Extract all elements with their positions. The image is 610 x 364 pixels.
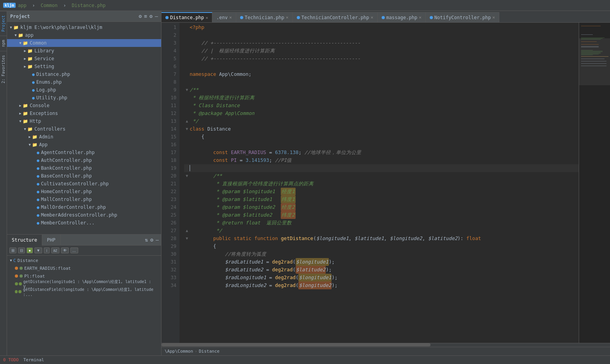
tree-item-setting[interactable]: ▶ 📁 Setting	[7, 63, 161, 70]
php-file-icon: ●	[37, 174, 39, 179]
tree-arrow: ▶	[27, 135, 32, 139]
tree-item-service[interactable]: ▶ 📁 Service	[7, 55, 161, 63]
editor-area: Distance.php ✕ .env ✕ Technician.php ✕ T…	[161, 11, 610, 355]
folder-icon: 📁	[32, 134, 38, 140]
tree-item-controllers[interactable]: ▼ 📁 Controllers	[7, 125, 161, 133]
structure-panel-icons: ⇅ ⚙ —	[143, 237, 161, 243]
tree-item-membercontroller[interactable]: ● MemberController...	[7, 219, 161, 227]
collapse-all-btn[interactable]: ⊟	[18, 247, 25, 253]
tab-close-technician[interactable]: ✕	[286, 15, 289, 20]
minimize2-icon[interactable]: —	[156, 237, 159, 243]
tree-label: kljm E:\work\php\laravel\kljm	[20, 25, 102, 30]
tab-notifycontroller[interactable]: NotifyController.php ✕	[426, 12, 499, 22]
tab-label: massage.php	[386, 15, 417, 20]
layout-icon[interactable]: ≡	[144, 13, 147, 19]
tree-item-admin[interactable]: ▶ 📁 Admin	[7, 133, 161, 141]
structure-content: ▼ C Distance EARTH_RADIUS:float Pl:float	[7, 256, 161, 355]
php-file-icon: ●	[37, 166, 39, 171]
line-numbers: 1 2 3 4 5 6 7 8 9 10 11 12 13 14 15 16 1…	[161, 23, 179, 343]
tree-item-app-folder[interactable]: ▼ 📁 App	[7, 141, 161, 149]
structure-tabs: Structure PHP ⇅ ⚙ —	[7, 235, 161, 246]
code-line-5: // +------------------------------------…	[184, 55, 579, 63]
terminal-tab[interactable]: Terminal	[23, 357, 44, 362]
toggle-btn2[interactable]: ↕	[44, 247, 50, 253]
tab-technician[interactable]: Technician.php ✕	[236, 12, 293, 22]
project-strip-tab[interactable]: Project	[0, 11, 7, 36]
method-dot1	[15, 282, 18, 285]
code-line-3: // +------------------------------------…	[184, 39, 579, 47]
tree-item-common[interactable]: ▼ 📁 Common	[7, 39, 161, 47]
tree-item-app[interactable]: ▼ 📁 app	[7, 31, 161, 39]
method-dot2	[19, 282, 22, 285]
tab-distance[interactable]: Distance.php ✕	[161, 12, 212, 22]
tree-item-basecontroller[interactable]: ● BaseController.php	[7, 172, 161, 180]
tab-close-env[interactable]: ✕	[229, 15, 232, 20]
tree-item-console[interactable]: ▶ 📁 Console	[7, 102, 161, 109]
code-line-8	[184, 78, 579, 86]
tree-item-agentcontroller[interactable]: ● AgentController.php	[7, 149, 161, 156]
tree-item-kljm[interactable]: ▼ 📁 kljm E:\work\php\laravel\kljm	[7, 23, 161, 31]
php-tab[interactable]: PHP	[42, 235, 61, 246]
project-panel: Project ⚙ ≡ ⚙ — ▼ 📁 kljm E:\work\php\lar…	[7, 11, 161, 355]
minimize-icon[interactable]: —	[155, 13, 158, 19]
tree-item-mallordercontroller[interactable]: ● MallOrderController.php	[7, 203, 161, 211]
folder-icon: 📁	[27, 64, 33, 69]
tab-close-distance[interactable]: ✕	[206, 15, 208, 20]
svg-rect-16	[581, 56, 608, 57]
config-icon[interactable]: ⚙	[149, 13, 152, 19]
svg-rect-14	[581, 54, 599, 54]
svg-rect-9	[581, 50, 593, 50]
access-dot	[20, 267, 23, 270]
horizontal-scrollbar[interactable]	[161, 343, 610, 347]
tree-item-memberaddress[interactable]: ● MemberAddressController.php	[7, 211, 161, 219]
npm-strip-tab[interactable]: npm	[0, 36, 7, 51]
tree-item-log[interactable]: ● Log.php	[7, 86, 161, 94]
struct-item-earth-radius[interactable]: EARTH_RADIUS:float	[7, 264, 161, 272]
tree-item-http[interactable]: ▼ 📁 Http	[7, 117, 161, 125]
breadcrumb-namespace: \App\Common	[165, 349, 193, 354]
tab-close-notifycontroller[interactable]: ✕	[492, 15, 495, 20]
mini-map[interactable]	[579, 23, 610, 343]
settings-icon[interactable]: ⚙	[139, 13, 142, 19]
tree-label: Exceptions	[30, 111, 58, 116]
config2-icon[interactable]: ⚙	[150, 237, 153, 243]
filter-btn[interactable]: ●	[27, 247, 33, 253]
structure-tab[interactable]: Structure	[7, 235, 42, 246]
expand-all-btn[interactable]: ⊞	[9, 247, 16, 253]
svg-rect-5	[581, 41, 597, 42]
tab-env[interactable]: .env ✕	[212, 12, 236, 22]
code-editor[interactable]: 1 2 3 4 5 6 7 8 9 10 11 12 13 14 15 16 1…	[161, 23, 610, 343]
breadcrumb-class: Distance	[199, 349, 219, 354]
favorites-strip-tab[interactable]: 2: Favorites	[0, 51, 7, 87]
visibility-btn[interactable]: 👁	[61, 247, 69, 253]
tree-item-homecontroller[interactable]: ● HomeController.php	[7, 188, 161, 195]
tree-item-enums[interactable]: ● Enums.php	[7, 78, 161, 86]
tree-item-exceptions[interactable]: ▶ 📁 Exceptions	[7, 109, 161, 117]
tree-item-utility[interactable]: ● Utility.php	[7, 94, 161, 102]
struct-item-getdistancefield[interactable]: getDistanceField(longitude : \App\Common…	[7, 288, 161, 296]
toggle-btn1[interactable]: ▼	[34, 247, 42, 253]
tree-item-mallcontroller[interactable]: ● MallController.php	[7, 195, 161, 203]
struct-item-distance[interactable]: ▼ C Distance	[7, 256, 161, 264]
tab-close-techniciancontroller[interactable]: ✕	[371, 15, 373, 20]
breadcrumb-common: Common	[41, 3, 57, 8]
svg-rect-19	[581, 63, 606, 64]
tree-label: Admin	[39, 134, 53, 140]
tree-item-cultivates[interactable]: ● CultivatesController.php	[7, 180, 161, 188]
breadcrumb-app: app	[18, 3, 27, 8]
code-line-15: {	[184, 133, 579, 141]
code-line-30: //将角度转为弧度	[184, 250, 579, 258]
tab-close-massage[interactable]: ✕	[419, 15, 422, 20]
more-btn[interactable]: …	[70, 247, 78, 253]
tab-massage[interactable]: massage.php ✕	[378, 12, 426, 22]
tree-item-bankcontroller[interactable]: ● BankController.php	[7, 164, 161, 172]
svg-rect-2	[581, 38, 605, 38]
tree-item-authcontroller[interactable]: ● AuthController.php	[7, 156, 161, 164]
code-content[interactable]: <?php // +------------------------------…	[179, 23, 579, 343]
tree-item-distance[interactable]: ● Distance.php	[7, 70, 161, 78]
sort-icon[interactable]: ⇅	[145, 237, 148, 243]
tree-item-library[interactable]: ▶ 📁 Library	[7, 47, 161, 55]
sort-alpha-btn[interactable]: az	[51, 247, 59, 253]
tab-techniciancontroller[interactable]: TechnicianController.php ✕	[293, 12, 378, 22]
todo-count[interactable]: 0 TODO	[3, 357, 19, 362]
